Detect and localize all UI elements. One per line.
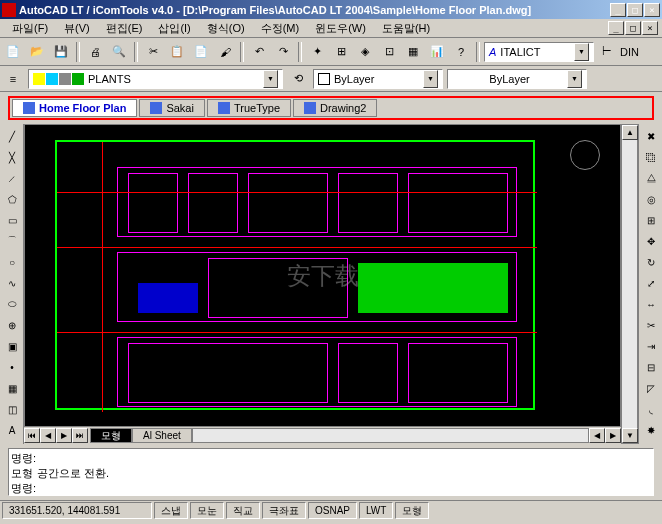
- snap-toggle[interactable]: 스냅: [154, 502, 188, 519]
- dim-icon[interactable]: ⊢: [596, 41, 618, 63]
- copy-icon[interactable]: 📋: [166, 41, 188, 63]
- model-tab[interactable]: 모형: [90, 428, 132, 443]
- menu-format[interactable]: 형식(O): [199, 19, 253, 38]
- grid-toggle[interactable]: 모눈: [190, 502, 224, 519]
- maximize-button[interactable]: □: [627, 3, 643, 17]
- help-icon[interactable]: ?: [450, 41, 472, 63]
- last-tab-button[interactable]: ⏭: [72, 428, 88, 443]
- offset-icon[interactable]: ◎: [641, 189, 661, 209]
- new-icon[interactable]: 📄: [2, 41, 24, 63]
- redo-icon[interactable]: ↷: [272, 41, 294, 63]
- doc-close-button[interactable]: ×: [642, 21, 658, 35]
- rotate-icon[interactable]: ↻: [641, 252, 661, 272]
- scroll-up-button[interactable]: ▲: [622, 125, 638, 140]
- tool4-icon[interactable]: ⊡: [378, 41, 400, 63]
- doc-tab-home-floor-plan[interactable]: Home Floor Plan: [12, 99, 137, 117]
- circle-icon[interactable]: ○: [2, 252, 22, 272]
- doc-maximize-button[interactable]: □: [625, 21, 641, 35]
- hatch-icon[interactable]: ▦: [2, 378, 22, 398]
- ortho-toggle[interactable]: 직교: [226, 502, 260, 519]
- move-icon[interactable]: ✥: [641, 231, 661, 251]
- cut-icon[interactable]: ✂: [142, 41, 164, 63]
- extend-icon[interactable]: ⇥: [641, 336, 661, 356]
- mirror-icon[interactable]: ⧋: [641, 168, 661, 188]
- line-icon[interactable]: ╱: [2, 126, 22, 146]
- layer-dropdown[interactable]: PLANTS ▼: [28, 69, 283, 89]
- scale-icon[interactable]: ⤢: [641, 273, 661, 293]
- point-icon[interactable]: •: [2, 357, 22, 377]
- menu-modify[interactable]: 수정(M): [253, 19, 308, 38]
- undo-icon[interactable]: ↶: [248, 41, 270, 63]
- xline-icon[interactable]: ╳: [2, 147, 22, 167]
- chevron-down-icon[interactable]: ▼: [423, 70, 438, 88]
- menu-edit[interactable]: 편집(E): [98, 19, 151, 38]
- doc-minimize-button[interactable]: _: [608, 21, 624, 35]
- arc-icon[interactable]: ⌒: [2, 231, 22, 251]
- block-icon[interactable]: ▣: [2, 336, 22, 356]
- doc-tab-drawing2[interactable]: Drawing2: [293, 99, 377, 117]
- polyline-icon[interactable]: ⟋: [2, 168, 22, 188]
- tool2-icon[interactable]: ⊞: [330, 41, 352, 63]
- stretch-icon[interactable]: ↔: [641, 294, 661, 314]
- lwt-toggle[interactable]: LWT: [359, 502, 393, 519]
- tab-label: Home Floor Plan: [39, 102, 126, 114]
- doc-tab-truetype[interactable]: TrueType: [207, 99, 291, 117]
- match-icon[interactable]: 🖌: [214, 41, 236, 63]
- prev-tab-button[interactable]: ◀: [40, 428, 56, 443]
- rectangle-icon[interactable]: ▭: [2, 210, 22, 230]
- color-dropdown[interactable]: ByLayer ▼: [313, 69, 443, 89]
- tool-icon[interactable]: ✦: [306, 41, 328, 63]
- preview-icon[interactable]: 🔍: [108, 41, 130, 63]
- print-icon[interactable]: 🖨: [84, 41, 106, 63]
- titlebar: AutoCAD LT / iComTools v4.0 - [D:\Progra…: [0, 0, 662, 19]
- copy-object-icon[interactable]: ⿻: [641, 147, 661, 167]
- tool5-icon[interactable]: ▦: [402, 41, 424, 63]
- menu-insert[interactable]: 삽입(I): [150, 19, 198, 38]
- vertical-scrollbar[interactable]: ▲ ▼: [621, 124, 638, 444]
- ellipse-icon[interactable]: ⬭: [2, 294, 22, 314]
- array-icon[interactable]: ⊞: [641, 210, 661, 230]
- scroll-right-button[interactable]: ▶: [605, 428, 621, 443]
- font-dropdown[interactable]: A ITALICT ▼: [484, 42, 594, 62]
- trim-icon[interactable]: ✂: [641, 315, 661, 335]
- fillet-icon[interactable]: ◟: [641, 399, 661, 419]
- doc-tab-sakai[interactable]: Sakai: [139, 99, 205, 117]
- menu-window[interactable]: 윈도우(W): [307, 19, 374, 38]
- close-button[interactable]: ×: [644, 3, 660, 17]
- horizontal-scrollbar[interactable]: [192, 428, 589, 443]
- drawing-canvas[interactable]: 安下载: [24, 124, 621, 427]
- menu-help[interactable]: 도움말(H): [374, 19, 438, 38]
- insert-icon[interactable]: ⊕: [2, 315, 22, 335]
- open-icon[interactable]: 📂: [26, 41, 48, 63]
- linetype-dropdown[interactable]: ByLayer ▼: [447, 69, 587, 89]
- menu-file[interactable]: 파일(F): [4, 19, 56, 38]
- erase-icon[interactable]: ✖: [641, 126, 661, 146]
- layer-manager-icon[interactable]: ≡: [2, 68, 24, 90]
- break-icon[interactable]: ⊟: [641, 357, 661, 377]
- paste-icon[interactable]: 📄: [190, 41, 212, 63]
- model-toggle[interactable]: 모형: [395, 502, 429, 519]
- first-tab-button[interactable]: ⏮: [24, 428, 40, 443]
- polygon-icon[interactable]: ⬠: [2, 189, 22, 209]
- minimize-button[interactable]: _: [610, 3, 626, 17]
- chevron-down-icon[interactable]: ▼: [567, 70, 582, 88]
- menu-view[interactable]: 뷰(V): [56, 19, 98, 38]
- chevron-down-icon[interactable]: ▼: [263, 70, 278, 88]
- chamfer-icon[interactable]: ◸: [641, 378, 661, 398]
- polar-toggle[interactable]: 극좌표: [262, 502, 306, 519]
- sheet-tab[interactable]: Al Sheet: [132, 428, 192, 443]
- text-icon[interactable]: A: [2, 420, 22, 440]
- tool6-icon[interactable]: 📊: [426, 41, 448, 63]
- chevron-down-icon[interactable]: ▼: [574, 43, 589, 61]
- spline-icon[interactable]: ∿: [2, 273, 22, 293]
- save-icon[interactable]: 💾: [50, 41, 72, 63]
- region-icon[interactable]: ◫: [2, 399, 22, 419]
- osnap-toggle[interactable]: OSNAP: [308, 502, 357, 519]
- layer-prev-icon[interactable]: ⟲: [287, 68, 309, 90]
- command-window[interactable]: 명령: 모형 공간으로 전환. 명령:: [8, 448, 654, 496]
- explode-icon[interactable]: ✸: [641, 420, 661, 440]
- scroll-left-button[interactable]: ◀: [589, 428, 605, 443]
- tool3-icon[interactable]: ◈: [354, 41, 376, 63]
- scroll-down-button[interactable]: ▼: [622, 428, 638, 443]
- next-tab-button[interactable]: ▶: [56, 428, 72, 443]
